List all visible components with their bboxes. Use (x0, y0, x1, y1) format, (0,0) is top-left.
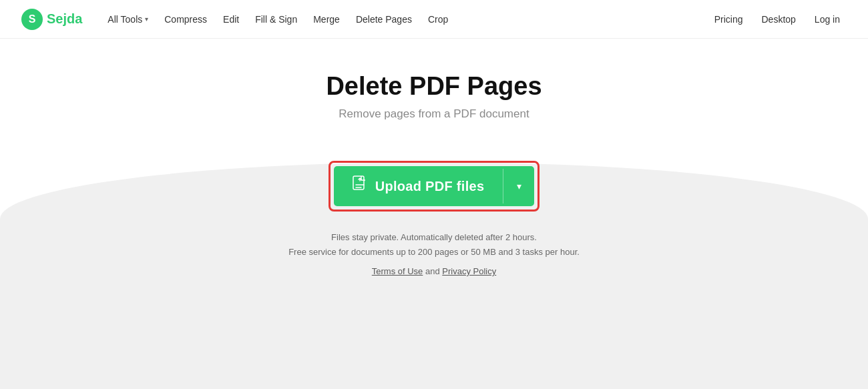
links-row: Terms of Use and Privacy Policy (372, 266, 496, 276)
nav-item-compress[interactable]: Compress (158, 10, 214, 29)
main-nav: All Tools ▾ Compress Edit Fill & Sign Me… (101, 10, 707, 29)
upload-wrapper: Upload PDF files ▾ (329, 161, 540, 212)
privacy-text-1: Files stay private. Automatically delete… (288, 230, 580, 260)
content-area: Delete PDF Pages Remove pages from a PDF… (0, 39, 868, 276)
nav-label-edit: Edit (223, 14, 239, 25)
nav-label-login: Log in (815, 14, 840, 25)
privacy-line1: Files stay private. Automatically delete… (331, 232, 537, 242)
and-text: and (425, 266, 442, 276)
nav-right: Pricing Desktop Log in (708, 10, 847, 29)
nav-label-delete-pages: Delete Pages (356, 14, 412, 25)
chevron-down-icon: ▾ (517, 181, 521, 191)
pdf-upload-icon (353, 175, 367, 197)
nav-label-compress: Compress (164, 14, 207, 25)
privacy-link[interactable]: Privacy Policy (442, 266, 496, 276)
logo-name: Sejda (47, 11, 82, 27)
upload-btn-main[interactable]: Upload PDF files (334, 166, 503, 206)
chevron-down-icon: ▾ (145, 15, 148, 23)
nav-item-login[interactable]: Log in (808, 10, 847, 29)
nav-item-all-tools[interactable]: All Tools ▾ (101, 10, 155, 29)
nav-label-merge: Merge (313, 14, 340, 25)
nav-item-desktop[interactable]: Desktop (754, 10, 802, 29)
page-subtitle: Remove pages from a PDF document (339, 107, 529, 121)
logo-icon: S (21, 9, 43, 30)
upload-label: Upload PDF files (375, 179, 485, 194)
upload-button[interactable]: Upload PDF files ▾ (334, 166, 535, 206)
nav-label-crop: Crop (428, 14, 448, 25)
nav-item-edit[interactable]: Edit (216, 10, 246, 29)
logo-letter: S (29, 13, 36, 25)
nav-item-crop[interactable]: Crop (421, 10, 455, 29)
nav-item-fill-sign[interactable]: Fill & Sign (248, 10, 304, 29)
logo-link[interactable]: S Sejda (21, 9, 82, 30)
page-title: Delete PDF Pages (326, 72, 541, 101)
nav-label-all-tools: All Tools (107, 14, 142, 25)
terms-link[interactable]: Terms of Use (372, 266, 423, 276)
upload-dropdown-button[interactable]: ▾ (503, 169, 534, 204)
header: S Sejda All Tools ▾ Compress Edit Fill &… (0, 0, 868, 39)
nav-label-desktop: Desktop (761, 14, 795, 25)
nav-item-merge[interactable]: Merge (306, 10, 347, 29)
nav-label-pricing: Pricing (714, 14, 743, 25)
nav-item-pricing[interactable]: Pricing (708, 10, 750, 29)
nav-label-fill-sign: Fill & Sign (255, 14, 297, 25)
nav-item-delete-pages[interactable]: Delete Pages (349, 10, 419, 29)
main-content: Delete PDF Pages Remove pages from a PDF… (0, 39, 868, 389)
privacy-line2: Free service for documents up to 200 pag… (288, 247, 580, 257)
